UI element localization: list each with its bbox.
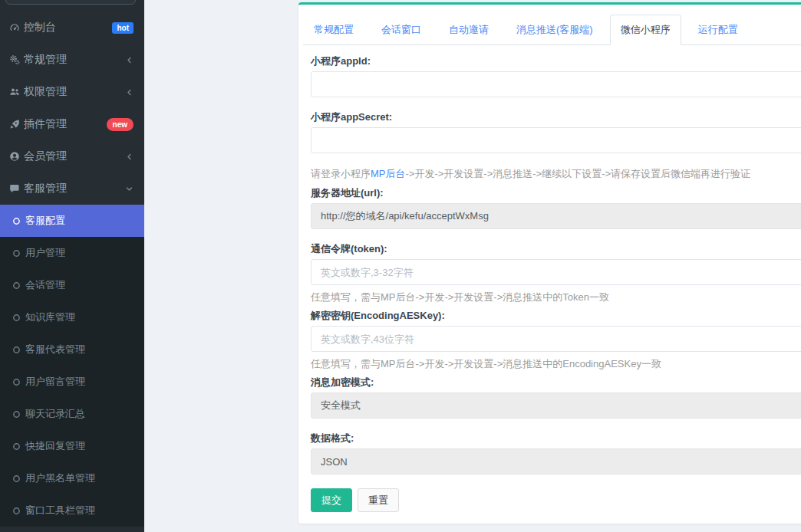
token-input[interactable] xyxy=(311,259,801,285)
sidebar-subitem-chatlog-summary[interactable]: 聊天记录汇总 xyxy=(0,398,144,430)
sidebar-search-input[interactable] xyxy=(5,0,136,5)
form-group-appsecret: 小程序appSecret: xyxy=(311,111,801,153)
tab-run-config[interactable]: 运行配置 xyxy=(687,15,749,45)
sidebar-subitem-user-manage[interactable]: 用户管理 xyxy=(0,237,144,269)
sidebar-item-label: 客服管理 xyxy=(24,182,125,195)
sidebar-item-service-manage[interactable]: 客服管理 xyxy=(0,172,144,205)
submit-button[interactable]: 提交 xyxy=(311,488,352,512)
circle-icon xyxy=(12,249,21,258)
chevron-down-icon xyxy=(125,185,134,193)
sidebar-subitem-user-message-manage[interactable]: 用户留言管理 xyxy=(0,366,144,398)
circle-icon xyxy=(12,475,21,483)
sidebar-submenu: 客服配置用户管理会话管理知识库管理客服代表管理用户留言管理聊天记录汇总快捷回复管… xyxy=(0,205,144,527)
rocket-icon xyxy=(9,119,20,130)
tab-bar: 常规配置会话窗口自动邀请消息推送(客服端)微信小程序运行配置 xyxy=(303,15,801,45)
circle-icon xyxy=(12,410,21,419)
tab-wechat-miniprogram[interactable]: 微信小程序 xyxy=(610,15,681,45)
sidebar-subitem-service-config[interactable]: 客服配置 xyxy=(0,205,144,237)
data-format-input xyxy=(311,448,801,475)
sidebar-subitem-quick-reply-manage[interactable]: 快捷回复管理 xyxy=(0,430,144,462)
encrypt-mode-input xyxy=(311,392,801,419)
circle-icon xyxy=(12,378,21,386)
chevron-left-icon xyxy=(125,56,134,64)
gears-icon xyxy=(9,54,20,65)
appid-input[interactable] xyxy=(311,71,801,97)
reset-button[interactable]: 重置 xyxy=(358,488,399,512)
sidebar-subitem-label: 快捷回复管理 xyxy=(25,439,134,453)
form-group-token: 通信令牌(token):任意填写，需与MP后台->开发->开发设置->消息推送中… xyxy=(311,243,801,304)
settings-card: 常规配置会话窗口自动邀请消息推送(客服端)微信小程序运行配置 小程序appId:… xyxy=(298,2,801,524)
token-help: 任意填写，需与MP后台->开发->开发设置->消息推送中的Token一致 xyxy=(311,291,801,304)
data-format-label: 数据格式: xyxy=(311,432,801,445)
form-group-aeskey: 解密密钥(EncodingAESKey):任意填写，需与MP后台->开发->开发… xyxy=(311,310,801,370)
sidebar-item-label: 插件管理 xyxy=(24,117,107,131)
sidebar-item-label: 常规管理 xyxy=(24,53,125,67)
sidebar-item-member-manage[interactable]: 会员管理 xyxy=(0,140,144,172)
sidebar-item-console[interactable]: 控制台hot xyxy=(0,11,144,44)
sidebar-menu: 控制台hot常规管理权限管理插件管理new会员管理客服管理客服配置用户管理会话管… xyxy=(0,11,144,527)
tab-auto-invite[interactable]: 自动邀请 xyxy=(438,15,499,45)
form-group-data-format: 数据格式: xyxy=(311,432,801,475)
sidebar-item-label: 会员管理 xyxy=(24,149,125,163)
form-group-encrypt-mode: 消息加密模式: xyxy=(311,376,801,419)
appid-label: 小程序appId: xyxy=(311,55,801,67)
form-group-appid: 小程序appId: xyxy=(311,55,801,97)
miniprogram-config-form: 小程序appId:小程序appSecret:请登录小程序MP后台->开发->开发… xyxy=(311,55,801,475)
sidebar-subitem-blacklist-manage[interactable]: 用户黑名单管理 xyxy=(0,462,144,494)
circle-icon xyxy=(12,314,21,322)
sidebar-subitem-label: 聊天记录汇总 xyxy=(25,407,134,421)
tab-general-config[interactable]: 常规配置 xyxy=(303,15,364,45)
sidebar-item-plugin-manage[interactable]: 插件管理new xyxy=(0,108,144,140)
form-group-server-url: 服务器地址(url): xyxy=(311,187,801,229)
aeskey-help: 任意填写，需与MP后台->开发->开发设置->消息推送中的EncodingAES… xyxy=(311,357,801,370)
sidebar-subitem-label: 用户黑名单管理 xyxy=(25,471,134,485)
circle-icon xyxy=(12,281,21,290)
hint-prefix: 请登录小程序 xyxy=(311,168,371,179)
sidebar-subitem-knowledge-manage[interactable]: 知识库管理 xyxy=(0,301,144,333)
server-url-label: 服务器地址(url): xyxy=(311,187,801,199)
sidebar-subitem-window-toolbar-manage[interactable]: 窗口工具栏管理 xyxy=(0,494,144,527)
sidebar-subitem-session-manage[interactable]: 会话管理 xyxy=(0,269,144,301)
sidebar-item-label: 控制台 xyxy=(24,21,112,34)
tab-chat-window[interactable]: 会话窗口 xyxy=(371,15,432,45)
tab-message-push-agent[interactable]: 消息推送(客服端) xyxy=(506,15,604,45)
token-label: 通信令牌(token): xyxy=(311,243,801,255)
chat-icon xyxy=(9,183,20,194)
hot-badge: hot xyxy=(112,22,134,34)
sidebar-subitem-label: 用户管理 xyxy=(25,246,134,260)
form-actions: 提交 重置 xyxy=(311,488,801,512)
encrypt-mode-label: 消息加密模式: xyxy=(311,376,801,389)
sidebar-item-permission-manage[interactable]: 权限管理 xyxy=(0,76,144,108)
aeskey-input[interactable] xyxy=(311,326,801,352)
users-icon xyxy=(9,87,20,97)
screen: 控制台hot常规管理权限管理插件管理new会员管理客服管理客服配置用户管理会话管… xyxy=(0,0,801,532)
sidebar: 控制台hot常规管理权限管理插件管理new会员管理客服管理客服配置用户管理会话管… xyxy=(0,0,144,532)
sidebar-subitem-label: 知识库管理 xyxy=(25,310,134,324)
circle-icon xyxy=(12,507,21,515)
sidebar-subitem-label: 用户留言管理 xyxy=(25,375,134,389)
user-icon xyxy=(9,151,20,162)
server-url-input xyxy=(311,203,801,229)
sidebar-subitem-label: 客服配置 xyxy=(25,214,134,228)
aeskey-label: 解密密钥(EncodingAESKey): xyxy=(311,310,801,322)
sidebar-subitem-label: 会话管理 xyxy=(25,278,134,292)
appsecret-label: 小程序appSecret: xyxy=(311,111,801,123)
hint-suffix: ->开发->开发设置->消息推送->继续以下设置->请保存设置后微信端再进行验证 xyxy=(406,168,751,179)
circle-icon xyxy=(12,217,21,225)
circle-icon xyxy=(12,442,21,451)
dashboard-icon xyxy=(9,22,20,33)
sidebar-subitem-agent-manage[interactable]: 客服代表管理 xyxy=(0,333,144,366)
circle-icon xyxy=(12,346,21,354)
chevron-left-icon xyxy=(125,88,134,97)
new-badge: new xyxy=(107,118,134,131)
sidebar-item-label: 权限管理 xyxy=(24,85,125,99)
sidebar-subitem-label: 窗口工具栏管理 xyxy=(25,504,134,517)
chevron-left-icon xyxy=(125,153,134,161)
mp-admin-link[interactable]: MP后台 xyxy=(371,168,406,179)
appsecret-input[interactable] xyxy=(311,127,801,153)
mp-setup-hint: 请登录小程序MP后台->开发->开发设置->消息推送->继续以下设置->请保存设… xyxy=(311,167,801,180)
sidebar-item-general-manage[interactable]: 常规管理 xyxy=(0,44,144,76)
sidebar-subitem-label: 客服代表管理 xyxy=(25,343,134,356)
